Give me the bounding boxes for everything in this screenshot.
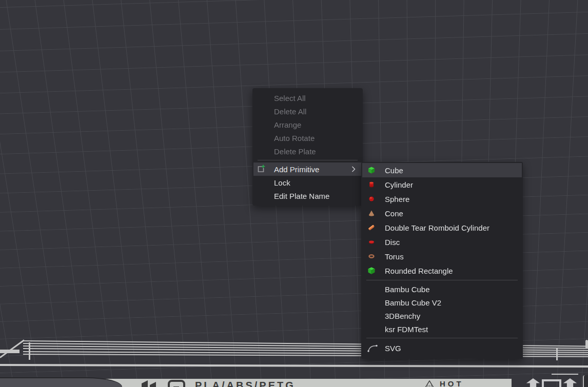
plate-handle-tab <box>0 377 122 387</box>
menu-item-label: Edit Plate Name <box>274 192 329 200</box>
menu-item-select-all[interactable]: Select All <box>252 91 363 105</box>
plate-right-tab <box>583 375 588 387</box>
submenu-item-label: Rounded Rectangle <box>385 267 453 275</box>
plate-edge-right-cap <box>585 340 588 349</box>
submenu-item-label: Cylinder <box>385 180 413 189</box>
cube-icon <box>368 167 375 174</box>
submenu-item-label: 3DBenchy <box>385 312 420 320</box>
submenu-item-label: Cube <box>385 166 403 175</box>
menu-item-delete-plate[interactable]: Delete Plate <box>252 145 363 158</box>
submenu-separator <box>366 338 518 338</box>
plate-material-label: PLA/ABS/PETG <box>195 380 296 387</box>
menu-item-label: Delete All <box>274 107 306 116</box>
submenu-item-bambu-cube[interactable]: Bambu Cube <box>361 282 523 296</box>
disc-icon <box>368 238 375 246</box>
menu-item-label: Arrange <box>274 120 301 129</box>
arrow-up-icon <box>562 378 578 387</box>
plate-edge-thin-segment <box>552 374 578 375</box>
menu-item-label: Delete Plate <box>274 147 316 156</box>
plate-edge-tick <box>29 342 30 360</box>
submenu-item-cylinder[interactable]: Cylinder <box>361 177 523 192</box>
submenu-item-ksr-fdmtest[interactable]: ksr FDMTest <box>361 322 523 336</box>
plate-edge-left-stub <box>0 350 19 353</box>
submenu-item-label: Sphere <box>385 195 409 203</box>
submenu-item-label: Cone <box>385 209 403 218</box>
submenu-item-label: Bambu Cube <box>385 285 430 294</box>
menu-item-auto-rotate[interactable]: Auto Rotate <box>252 131 363 145</box>
menu-separator <box>258 160 358 160</box>
arrow-up-icon <box>525 378 541 387</box>
plate-context-menu: Select All Delete All Arrange Auto Rotat… <box>252 88 363 206</box>
submenu-item-rounded-rectangle[interactable]: Rounded Rectangle <box>361 263 523 278</box>
hot-label: HOT <box>440 380 464 387</box>
menu-item-add-primitive[interactable]: Add Primitive <box>253 162 362 176</box>
submenu-item-torus[interactable]: Torus <box>361 249 523 263</box>
submenu-item-3dbenchy[interactable]: 3DBenchy <box>361 309 523 322</box>
menu-item-label: Select All <box>274 94 306 103</box>
add-primitive-submenu: Cube Cylinder Sphere Cone Double Tear R <box>361 162 523 359</box>
menu-item-lock[interactable]: Lock <box>252 176 363 189</box>
sphere-icon <box>368 195 375 202</box>
menu-item-label: Auto Rotate <box>274 134 315 142</box>
menu-item-delete-all[interactable]: Delete All <box>252 105 363 118</box>
plate-edge-bracket <box>556 348 558 360</box>
svg-curve-icon <box>367 343 378 353</box>
submenu-item-disc[interactable]: Disc <box>361 235 523 249</box>
submenu-item-label: ksr FDMTest <box>385 325 428 334</box>
add-primitive-icon <box>256 164 266 174</box>
submenu-item-sphere[interactable]: Sphere <box>361 192 523 206</box>
double-tear-romboid-cylinder-icon <box>368 224 375 231</box>
plate-badge-icon <box>168 380 185 387</box>
torus-icon <box>368 253 375 260</box>
menu-item-label: Lock <box>274 178 290 187</box>
submenu-item-svg[interactable]: SVG <box>361 340 523 356</box>
rounded-rectangle-icon <box>368 267 375 274</box>
submenu-separator <box>366 280 518 280</box>
plate-label-strip: PLA/ABS/PETG HOT <box>105 379 512 387</box>
menu-item-label: Add Primitive <box>274 165 319 174</box>
chevron-right-icon <box>351 166 356 172</box>
submenu-item-label: Torus <box>385 252 404 261</box>
submenu-item-label: Bambu Cube V2 <box>385 298 441 307</box>
cone-icon <box>368 210 375 217</box>
hot-warning-icon <box>423 380 436 387</box>
submenu-item-bambu-cube-v2[interactable]: Bambu Cube V2 <box>361 296 523 309</box>
menu-item-edit-plate-name[interactable]: Edit Plate Name <box>252 189 363 202</box>
cylinder-icon <box>368 181 375 188</box>
bambu-logo-icon <box>141 380 156 387</box>
submenu-item-cone[interactable]: Cone <box>361 206 523 220</box>
submenu-item-label: SVG <box>385 344 401 353</box>
menu-item-arrange[interactable]: Arrange <box>252 118 363 131</box>
submenu-item-cube[interactable]: Cube <box>362 163 522 177</box>
rectangle-outline-icon <box>542 379 561 387</box>
submenu-item-label: Double Tear Romboid Cylinder <box>385 223 489 232</box>
submenu-item-label: Disc <box>385 238 400 247</box>
submenu-item-double-tear-romboid-cylinder[interactable]: Double Tear Romboid Cylinder <box>361 220 523 235</box>
